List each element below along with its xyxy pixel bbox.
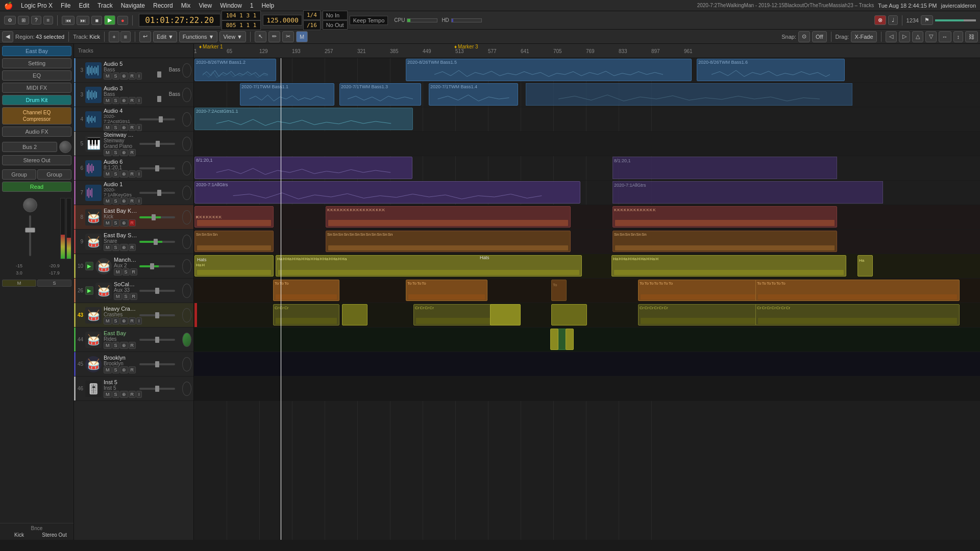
track-row-snares[interactable]: 9 🥁 East Bay Snares Snare M S ⊕ R <box>74 230 193 254</box>
allgtrs-region-2[interactable]: 2020-7:1AllGtrs <box>612 181 883 204</box>
input-btn[interactable]: I <box>136 124 142 131</box>
snap-value-btn[interactable]: Off <box>812 31 826 42</box>
input-btn[interactable]: I <box>136 391 142 398</box>
track-fader[interactable] <box>139 265 175 267</box>
mute-btn[interactable]: M <box>104 219 112 227</box>
guitar-region[interactable]: 2020-7:2AcstGtrs1.1 <box>194 108 413 130</box>
link-btn[interactable]: ⛓ <box>965 31 978 42</box>
arrange-area[interactable]: 2020-8/26TWM Bass1.2 2020-8/26TWM Bass1.… <box>194 58 980 540</box>
play-button[interactable]: ▶ <box>104 15 115 25</box>
track-play-btn[interactable]: ▶ <box>85 262 93 270</box>
kick-block-1[interactable]: KKKKKKKK <box>194 206 274 228</box>
crash-block-4[interactable] <box>551 304 587 325</box>
track-fader[interactable] <box>139 388 175 390</box>
stop-button[interactable]: ■ <box>91 16 102 25</box>
channel-name[interactable]: East Bay <box>2 46 71 56</box>
track-fader[interactable] <box>139 339 175 341</box>
record-arm-btn[interactable]: R <box>130 268 138 276</box>
send-knob[interactable] <box>59 141 71 153</box>
channel-eq-btn[interactable]: Channel EQCompressor <box>2 107 71 124</box>
solo-btn[interactable]: S <box>112 391 119 398</box>
menu-record[interactable]: Record <box>153 2 173 9</box>
mute-btn[interactable]: M <box>104 317 112 324</box>
setting-btn[interactable]: Setting <box>2 58 71 68</box>
out-point[interactable]: No Out <box>323 20 348 30</box>
mute-btn[interactable]: M <box>104 124 112 131</box>
mute-btn[interactable]: M <box>114 293 122 300</box>
zoom-out-v[interactable]: △ <box>912 31 923 42</box>
mute-btn[interactable]: M <box>104 391 112 398</box>
mute-btn[interactable]: M <box>104 149 112 156</box>
view-menu-btn[interactable]: View ▼ <box>219 31 246 42</box>
kick-block-2[interactable]: KKKKKKKKKKKKKKKKKK <box>326 206 571 228</box>
tempo-display[interactable]: 125.0000 <box>263 15 302 26</box>
track-row[interactable]: 7 Audio 1 2020-7:1AllKeyGtrs M S ⊕ R I <box>74 181 193 205</box>
track-fader[interactable] <box>139 363 175 365</box>
stereo-out-btn[interactable]: Stereo Out <box>2 155 71 165</box>
input-btn[interactable]: I <box>136 72 142 80</box>
mute-btn[interactable]: M <box>114 268 122 276</box>
record-arm-btn[interactable]: R <box>129 244 136 251</box>
menu-edit[interactable]: Edit <box>79 2 89 9</box>
mute-btn[interactable]: M <box>104 342 112 349</box>
bass-region-2[interactable]: 2020-8/26TWM Bass1.5 <box>406 59 692 81</box>
drag-value-btn[interactable]: X-Fade <box>851 31 876 42</box>
snare-block-2[interactable]: SnSnSnSnSnSnSnSnSnSnSnSn <box>326 231 571 252</box>
transport-meta-btn[interactable]: ≡ <box>43 16 54 24</box>
record-arm-btn[interactable]: R <box>129 366 136 373</box>
time-sig2-display[interactable]: /16 <box>303 20 321 30</box>
bass2-region-2[interactable]: 2020-7/1TWM Bass1.3 <box>339 83 421 106</box>
record-button[interactable]: ● <box>117 16 128 25</box>
snare-block-1[interactable]: SnSnSnSn <box>194 231 274 252</box>
mute-btn[interactable]: M <box>104 197 112 205</box>
track-fader[interactable] <box>139 167 175 169</box>
track-row-kicks[interactable]: 8 🥁 East Bay Kicks Kick M S ⊕ R <box>74 205 193 230</box>
track-row-hats[interactable]: 10 ▶ 🥁 Manchester+ Hats Aux 2 M S R <box>74 254 193 279</box>
toms-block-5[interactable]: ToToToToToTo <box>755 280 960 301</box>
solo-btn[interactable]: S <box>112 197 119 205</box>
record-arm-btn[interactable]: R <box>130 293 138 300</box>
tool-midi[interactable]: M <box>296 31 308 42</box>
snap-btn[interactable]: ⊙ <box>798 31 810 42</box>
menu-view[interactable]: View <box>199 2 212 9</box>
toms-block-3[interactable]: To <box>551 280 567 301</box>
track-row-toms[interactable]: 26 ▶ 🥁 SoCal+ Toms Aux 33 M S R <box>74 279 193 303</box>
track-row[interactable]: 5 🎹 Steinway Grand Piano Steinway Grand … <box>74 132 193 156</box>
snare-block-3[interactable]: SnSnSnSnSnSn <box>612 231 837 252</box>
transport-help-btn[interactable]: ? <box>31 16 41 24</box>
bass-region-1[interactable]: 2020-8/26TWM Bass1.2 <box>194 59 276 81</box>
solo-btn[interactable]: S <box>112 72 119 80</box>
rides-block-2[interactable] <box>550 329 558 350</box>
input-btn[interactable]: I <box>136 197 142 205</box>
eq-btn[interactable]: EQ <box>2 70 71 81</box>
track-fader[interactable] <box>139 216 175 218</box>
record-arm-btn[interactable]: R <box>129 317 136 324</box>
time-sig-display[interactable]: 1/4 <box>303 10 321 20</box>
kick-block-3[interactable]: KKKKKKKKKKKKK <box>612 206 837 228</box>
tool-pencil[interactable]: ✏ <box>268 31 280 42</box>
solo-btn[interactable]: S <box>112 317 119 324</box>
mute-btn[interactable]: M <box>104 244 112 251</box>
track-fader[interactable] <box>139 314 175 316</box>
bass2-region-3[interactable]: 2020-7/1TWM Bass1.4 <box>429 83 518 106</box>
audio-fx-btn[interactable]: Audio FX <box>2 127 71 137</box>
freeze-btn[interactable]: ⊕ <box>120 124 128 131</box>
audio6-region-1[interactable]: 8/1:20,1 <box>194 157 412 179</box>
rewind-button[interactable]: ⏮ <box>62 16 75 25</box>
solo-btn[interactable]: S <box>112 149 119 156</box>
record-arm-btn[interactable]: R <box>129 170 136 178</box>
add-track-btn[interactable]: + <box>109 31 119 42</box>
hats-block-1[interactable]: Hats HaH <box>194 255 274 277</box>
bass2-continuation[interactable] <box>526 83 852 106</box>
track-row[interactable]: 4 Audio 4 2020-7:2AcstGtrs1 M S ⊕ R I <box>74 107 193 132</box>
zoom-in-v[interactable]: ▽ <box>925 31 937 42</box>
freeze-btn[interactable]: ⊕ <box>120 149 128 156</box>
menu-track[interactable]: Track <box>97 2 113 9</box>
tool-scissors[interactable]: ✂ <box>282 31 294 42</box>
tool-arrow[interactable]: ↖ <box>255 31 266 42</box>
mute-btn[interactable]: M <box>104 170 112 178</box>
mute-btn[interactable]: M <box>104 97 112 104</box>
master-btn[interactable]: ⚑ <box>921 15 933 25</box>
transport-lcd-btn[interactable]: ⊞ <box>18 16 29 24</box>
menu-file[interactable]: File <box>61 2 70 9</box>
